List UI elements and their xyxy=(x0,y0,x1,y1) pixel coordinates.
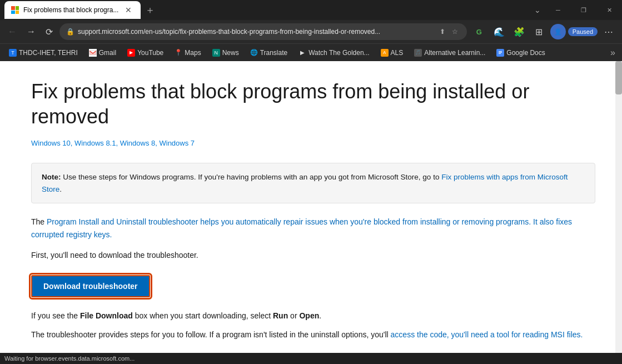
para4: The troubleshooter provides steps for yo… xyxy=(31,328,595,341)
para4-link: access the code, you'll need a tool for … xyxy=(391,330,583,339)
minimize-button[interactable]: ─ xyxy=(545,0,571,20)
tab-title: Fix problems that block progra... xyxy=(23,6,118,14)
window-controls: ─ ❐ ✕ xyxy=(545,0,622,20)
page-title: Fix problems that block programs from be… xyxy=(31,79,595,129)
browser-actions: G 🌊 🧩 ⊞ 👤 Paused ⋯ xyxy=(470,23,618,41)
windows-versions: Windows 10, Windows 8.1, Windows 8, Wind… xyxy=(31,139,595,147)
bookmark-translate[interactable]: 🌐 Translate xyxy=(246,48,292,58)
para3: If you see the File Download box when yo… xyxy=(31,310,595,322)
profile-button[interactable]: 👤 xyxy=(550,24,566,39)
tab-close-button[interactable]: ✕ xyxy=(123,4,134,16)
bookmark-thdc-label: THDC-IHET, TEHRI xyxy=(19,49,78,57)
bookmark-youtube[interactable]: ▶ YouTube xyxy=(123,48,168,58)
bookmark-google-docs[interactable]: Google Docs xyxy=(492,48,549,58)
bookmark-google-docs-label: Google Docs xyxy=(506,49,545,57)
svg-rect-3 xyxy=(499,51,502,52)
gmail-favicon xyxy=(89,49,97,57)
address-icons: ⬆ ☆ xyxy=(437,27,460,37)
para2-text: First, you'll need to download the troub… xyxy=(31,251,198,260)
note-text: Use these steps for Windows programs. If… xyxy=(61,173,442,181)
para2: First, you'll need to download the troub… xyxy=(31,249,595,262)
extensions-icon[interactable]: 🧩 xyxy=(510,23,528,41)
tab-chevron-icon[interactable]: ⌄ xyxy=(530,6,545,14)
para1-highlight: Program Install and Uninstall troublesho… xyxy=(31,217,572,239)
address-box[interactable]: 🔒 support.microsoft.com/en-us/topic/fix-… xyxy=(59,23,467,40)
bookmark-watch-label: Watch The Golden... xyxy=(308,49,369,57)
grammarly-icon[interactable]: G xyxy=(470,23,488,41)
bookmarks-bar: T THDC-IHET, TEHRI Gmail ▶ YouTube 📍 Map… xyxy=(0,43,622,61)
content-area: Fix problems that block programs from be… xyxy=(0,61,622,353)
addressbar: ← → ⟳ 🔒 support.microsoft.com/en-us/topi… xyxy=(0,20,622,43)
bookmark-als-label: ALS xyxy=(391,49,404,57)
para1: The Program Install and Uninstall troubl… xyxy=(31,216,595,241)
edge-collections-icon[interactable]: 🌊 xyxy=(490,23,508,41)
lock-icon: 🔒 xyxy=(66,28,74,36)
note-label: Note: xyxy=(42,173,61,181)
bookmark-alt[interactable]: 🎵 Alternative Learnin... xyxy=(410,48,490,58)
thdc-favicon: T xyxy=(9,49,17,57)
statusbar: Waiting for browser.events.data.microsof… xyxy=(0,353,622,364)
bookmark-thdc[interactable]: T THDC-IHET, TEHRI xyxy=(4,48,82,58)
url-text: support.microsoft.com/en-us/topic/fix-pr… xyxy=(78,28,434,36)
share-icon[interactable]: ⬆ xyxy=(437,27,447,37)
close-button[interactable]: ✕ xyxy=(596,0,622,20)
bookmark-youtube-label: YouTube xyxy=(137,49,163,57)
new-tab-button[interactable]: ＋ xyxy=(141,3,160,17)
reload-button[interactable]: ⟳ xyxy=(42,24,56,39)
page-content: Fix problems that block programs from be… xyxy=(0,61,622,353)
google-docs-favicon xyxy=(496,49,504,57)
star-icon[interactable]: ☆ xyxy=(450,27,460,37)
para3-bold3: Open xyxy=(299,311,319,320)
restore-button[interactable]: ❐ xyxy=(571,0,596,20)
svg-rect-5 xyxy=(499,53,501,54)
note-box: Note: Use these steps for Windows progra… xyxy=(31,163,595,203)
bookmark-alt-label: Alternative Learnin... xyxy=(424,49,485,57)
paused-badge[interactable]: Paused xyxy=(568,27,598,36)
bookmark-gmail-label: Gmail xyxy=(99,49,116,57)
para4-start: The troubleshooter provides steps for yo… xyxy=(31,330,391,339)
para3-end: . xyxy=(319,311,321,320)
svg-rect-4 xyxy=(499,52,502,53)
bookmark-watch[interactable]: ▶ Watch The Golden... xyxy=(294,48,374,58)
forward-button[interactable]: → xyxy=(23,24,39,39)
bookmarks-more-button[interactable]: » xyxy=(608,47,618,59)
maps-favicon: 📍 xyxy=(175,49,182,57)
para3-mid: box when you start downloading, select xyxy=(133,311,273,320)
translate-favicon: 🌐 xyxy=(250,49,258,57)
note-end: . xyxy=(59,185,62,193)
titlebar: Fix problems that block progra... ✕ ＋ ⌄ … xyxy=(0,0,622,20)
bookmark-maps[interactable]: 📍 Maps xyxy=(170,48,205,58)
statusbar-text: Waiting for browser.events.data.microsof… xyxy=(4,355,135,362)
bookmark-news-label: News xyxy=(222,49,239,57)
para1-text: The Program Install and Uninstall troubl… xyxy=(31,217,572,239)
settings-more-icon[interactable]: ⋯ xyxy=(600,23,618,41)
download-troubleshooter-button[interactable]: Download troubleshooter xyxy=(31,275,150,297)
para3-start: If you see the xyxy=(31,311,80,320)
bookmark-maps-label: Maps xyxy=(185,49,201,57)
bookmark-news[interactable]: N News xyxy=(208,48,243,58)
bookmark-gmail[interactable]: Gmail xyxy=(84,48,121,58)
tab-favicon xyxy=(11,6,19,14)
para3-bold1: File Download xyxy=(80,311,133,320)
split-screen-icon[interactable]: ⊞ xyxy=(530,23,548,41)
als-favicon: A xyxy=(381,49,389,57)
back-button[interactable]: ← xyxy=(4,24,20,39)
scrollbar-thumb[interactable] xyxy=(615,61,622,94)
para3-or: or xyxy=(288,311,299,320)
youtube-favicon: ▶ xyxy=(127,49,135,57)
active-tab[interactable]: Fix problems that block progra... ✕ xyxy=(4,1,141,19)
bookmark-translate-label: Translate xyxy=(260,49,288,57)
tab-area: Fix problems that block progra... ✕ ＋ xyxy=(4,1,530,19)
watch-favicon: ▶ xyxy=(298,49,306,57)
news-favicon: N xyxy=(212,49,220,57)
para3-bold2: Run xyxy=(273,311,288,320)
bookmark-als[interactable]: A ALS xyxy=(376,48,408,58)
alt-favicon: 🎵 xyxy=(414,49,422,57)
scrollbar[interactable] xyxy=(615,61,622,353)
